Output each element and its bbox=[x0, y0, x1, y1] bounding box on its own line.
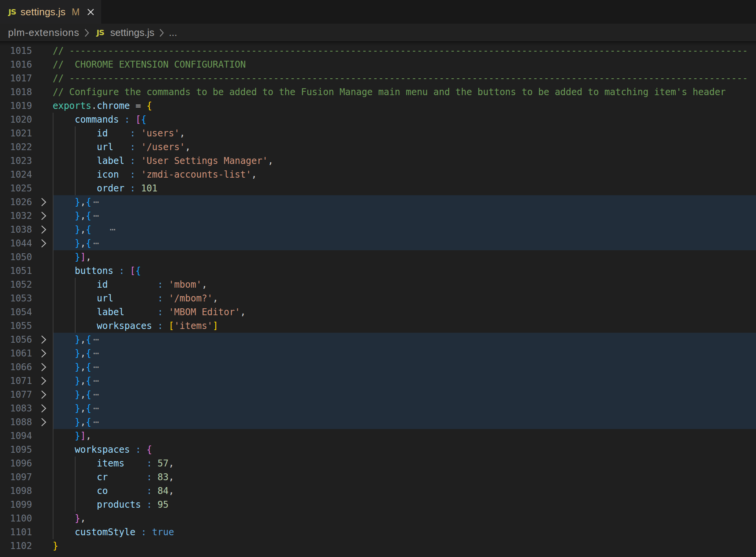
fold-chevron-icon[interactable] bbox=[38, 403, 49, 414]
line-number[interactable]: 1038 bbox=[0, 223, 32, 236]
code-text[interactable]: commands : [{ bbox=[53, 113, 147, 126]
line-number[interactable]: 1023 bbox=[0, 154, 32, 168]
code-text[interactable]: }, bbox=[53, 512, 86, 525]
line-number[interactable]: 1097 bbox=[0, 470, 32, 484]
fold-chevron-icon[interactable] bbox=[38, 196, 49, 208]
breadcrumb-symbol[interactable]: ... bbox=[169, 27, 177, 39]
line-number[interactable]: 1025 bbox=[0, 181, 32, 195]
code-text[interactable]: cr : 83, bbox=[53, 470, 174, 484]
code-text[interactable]: // -------------------------------------… bbox=[53, 71, 748, 85]
line-number[interactable]: 1053 bbox=[0, 291, 32, 305]
tab-settings-js[interactable]: JS settings.js M bbox=[0, 0, 101, 24]
line-number[interactable]: 1098 bbox=[0, 484, 32, 498]
code-text[interactable]: label : 'User Settings Manager', bbox=[53, 154, 273, 168]
line-number[interactable]: 1088 bbox=[0, 415, 32, 429]
fold-chevron-icon[interactable] bbox=[38, 416, 49, 428]
fold-ellipsis[interactable]: ⋯ bbox=[93, 389, 99, 400]
fold-chevron-icon[interactable] bbox=[38, 238, 49, 249]
fold-chevron-icon[interactable] bbox=[38, 389, 49, 400]
code-text[interactable]: workspaces : { bbox=[53, 443, 152, 457]
code-text[interactable]: url : '/users', bbox=[53, 140, 191, 154]
line-number[interactable]: 1032 bbox=[0, 209, 32, 223]
code-text[interactable]: },{ ⋯ bbox=[53, 223, 115, 236]
line-number[interactable]: 1083 bbox=[0, 402, 32, 415]
code-text[interactable]: },{⋯ bbox=[53, 195, 99, 209]
line-number[interactable]: 1096 bbox=[0, 457, 32, 470]
code-text[interactable]: workspaces : ['items'] bbox=[53, 319, 218, 333]
line-number[interactable]: 1020 bbox=[0, 113, 32, 126]
line-number[interactable]: 1094 bbox=[0, 429, 32, 443]
code-editor[interactable]: 1015// ---------------------------------… bbox=[0, 41, 756, 557]
code-text[interactable]: id : 'mbom', bbox=[53, 278, 207, 291]
line-number[interactable]: 1044 bbox=[0, 236, 32, 250]
line-number[interactable]: 1061 bbox=[0, 347, 32, 360]
line-number[interactable]: 1050 bbox=[0, 250, 32, 264]
fold-ellipsis[interactable]: ⋯ bbox=[93, 376, 99, 386]
line-number[interactable]: 1026 bbox=[0, 195, 32, 209]
code-text[interactable]: products : 95 bbox=[53, 498, 168, 512]
code-text[interactable]: },{⋯ bbox=[53, 209, 99, 223]
close-icon[interactable] bbox=[86, 8, 95, 16]
fold-ellipsis[interactable]: ⋯ bbox=[93, 238, 99, 249]
line-number[interactable]: 1100 bbox=[0, 512, 32, 525]
line-number[interactable]: 1019 bbox=[0, 99, 32, 113]
line-number[interactable]: 1102 bbox=[0, 539, 32, 553]
line-number[interactable]: 1095 bbox=[0, 443, 32, 457]
code-text[interactable]: } bbox=[53, 539, 58, 553]
code-text[interactable]: },{⋯ bbox=[53, 360, 99, 374]
code-text[interactable]: co : 84, bbox=[53, 484, 174, 498]
fold-chevron-icon[interactable] bbox=[38, 224, 49, 235]
line-number[interactable]: 1056 bbox=[0, 333, 32, 347]
fold-ellipsis[interactable]: ⋯ bbox=[110, 224, 115, 235]
fold-chevron-icon[interactable] bbox=[38, 210, 49, 222]
code-text[interactable]: // Configure the commands to be added to… bbox=[53, 85, 726, 99]
line-number[interactable]: 1018 bbox=[0, 85, 32, 99]
code-text[interactable]: },{⋯ bbox=[53, 374, 99, 388]
code-text[interactable]: customStyle : true bbox=[53, 525, 174, 539]
line-number[interactable]: 1051 bbox=[0, 264, 32, 278]
fold-ellipsis[interactable]: ⋯ bbox=[93, 210, 99, 221]
line-number[interactable]: 1052 bbox=[0, 278, 32, 291]
code-text[interactable]: order : 101 bbox=[53, 181, 158, 195]
fold-chevron-icon[interactable] bbox=[38, 375, 49, 387]
code-text[interactable]: url : '/mbom?', bbox=[53, 291, 218, 305]
code-text[interactable]: },{⋯ bbox=[53, 333, 99, 347]
code-text[interactable]: }], bbox=[53, 250, 91, 264]
fold-ellipsis[interactable]: ⋯ bbox=[93, 417, 99, 427]
fold-ellipsis[interactable]: ⋯ bbox=[93, 197, 99, 207]
code-text[interactable]: buttons : [{ bbox=[53, 264, 141, 278]
line-number[interactable]: 1077 bbox=[0, 388, 32, 402]
fold-ellipsis[interactable]: ⋯ bbox=[93, 348, 99, 359]
code-text[interactable]: }], bbox=[53, 429, 91, 443]
code-text[interactable]: items : 57, bbox=[53, 457, 174, 470]
line-number[interactable]: 1017 bbox=[0, 71, 32, 85]
line-number[interactable]: 1015 bbox=[0, 44, 32, 58]
line-number[interactable]: 1021 bbox=[0, 126, 32, 140]
code-text[interactable]: },{⋯ bbox=[53, 236, 99, 250]
fold-chevron-icon[interactable] bbox=[38, 348, 49, 359]
line-number[interactable]: 1066 bbox=[0, 360, 32, 374]
fold-chevron-icon[interactable] bbox=[38, 334, 49, 345]
fold-ellipsis[interactable]: ⋯ bbox=[93, 334, 99, 345]
line-number[interactable]: 1071 bbox=[0, 374, 32, 388]
code-text[interactable]: label : 'MBOM Editor', bbox=[53, 305, 246, 319]
code-text[interactable]: },{⋯ bbox=[53, 402, 99, 415]
line-number[interactable]: 1101 bbox=[0, 525, 32, 539]
line-number[interactable]: 1054 bbox=[0, 305, 32, 319]
code-text[interactable]: },{⋯ bbox=[53, 415, 99, 429]
code-text[interactable]: exports.chrome = { bbox=[53, 99, 152, 113]
code-text[interactable]: },{⋯ bbox=[53, 347, 99, 360]
line-number[interactable]: 1055 bbox=[0, 319, 32, 333]
code-text[interactable]: icon : 'zmdi-accounts-list', bbox=[53, 168, 257, 181]
breadcrumb-folder[interactable]: plm-extensions bbox=[8, 27, 79, 39]
code-text[interactable]: id : 'users', bbox=[53, 126, 185, 140]
fold-ellipsis[interactable]: ⋯ bbox=[93, 403, 99, 414]
fold-ellipsis[interactable]: ⋯ bbox=[93, 362, 99, 372]
line-number[interactable]: 1016 bbox=[0, 58, 32, 71]
fold-chevron-icon[interactable] bbox=[38, 361, 49, 373]
line-number[interactable]: 1099 bbox=[0, 498, 32, 512]
code-text[interactable]: // -------------------------------------… bbox=[53, 44, 748, 58]
line-number[interactable]: 1024 bbox=[0, 168, 32, 181]
code-text[interactable]: // CHOROME EXTENSION CONFIGURATION bbox=[53, 58, 246, 71]
breadcrumb-file[interactable]: JS settings.js bbox=[94, 27, 154, 39]
